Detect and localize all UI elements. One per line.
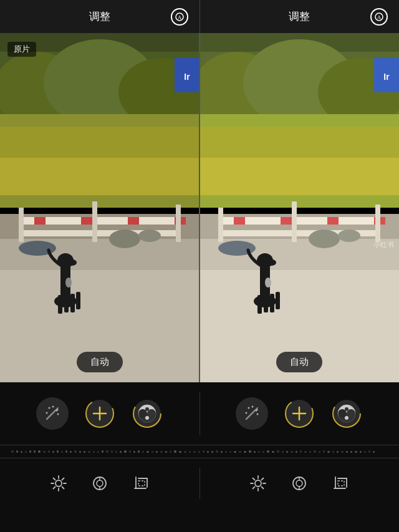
svg-line-74 <box>47 410 55 419</box>
svg-rect-23 <box>92 201 97 242</box>
svg-rect-36 <box>70 294 75 312</box>
svg-point-77 <box>57 414 59 415</box>
svg-rect-59 <box>375 205 380 242</box>
svg-rect-47 <box>200 158 399 195</box>
svg-line-109 <box>62 478 64 480</box>
bottom-half-left <box>0 472 200 495</box>
watermark: 小红书 <box>373 240 394 249</box>
svg-line-107 <box>53 478 55 480</box>
right-auto-button[interactable]: 自动 <box>276 352 322 372</box>
svg-rect-24 <box>176 205 181 242</box>
svg-line-127 <box>262 478 264 480</box>
svg-point-76 <box>48 407 50 409</box>
left-a-icon[interactable]: A <box>171 8 188 26</box>
controls-area: for(let i=0;i<80;i++){ document.write('<… <box>0 382 399 532</box>
svg-rect-19 <box>81 217 92 225</box>
svg-point-130 <box>296 480 302 486</box>
tool-row <box>0 382 399 445</box>
svg-rect-18 <box>34 217 46 225</box>
svg-point-91 <box>257 414 259 415</box>
plus-ring-left[interactable] <box>84 397 116 430</box>
svg-point-87 <box>145 416 149 420</box>
right-a-icon[interactable]: A <box>370 8 388 26</box>
svg-point-33 <box>68 259 77 266</box>
svg-rect-37 <box>76 292 80 309</box>
svg-line-108 <box>62 487 64 489</box>
slider-dots: for(let i=0;i<80;i++){ document.write('<… <box>0 445 399 458</box>
svg-point-27 <box>109 230 140 248</box>
svg-point-63 <box>338 230 360 242</box>
wand-tool-left[interactable] <box>36 397 69 430</box>
top-bar: 调整 A 调整 A <box>0 0 399 33</box>
svg-text:Ir: Ir <box>184 72 190 82</box>
svg-rect-54 <box>281 217 292 225</box>
svg-point-78 <box>46 412 47 414</box>
top-bar-left: 调整 A <box>0 0 200 33</box>
svg-point-120 <box>255 480 261 486</box>
image-left: Ir 原片 自动 <box>0 33 200 382</box>
compare-icon-right[interactable] <box>288 472 310 495</box>
svg-rect-72 <box>276 292 280 309</box>
svg-point-102 <box>55 480 62 486</box>
original-label: 原片 <box>7 42 36 57</box>
brightness-icon-right[interactable] <box>247 472 269 495</box>
svg-point-68 <box>267 259 276 266</box>
compare-icon-left[interactable] <box>89 472 111 495</box>
image-area: Ir 原片 自动 <box>0 33 399 382</box>
plus-ring-right[interactable] <box>283 397 315 430</box>
svg-point-112 <box>97 480 103 486</box>
svg-text:A: A <box>177 14 181 21</box>
svg-rect-20 <box>128 217 139 225</box>
svg-text:Ir: Ir <box>383 72 390 82</box>
svg-line-110 <box>53 487 55 489</box>
svg-point-101 <box>345 416 349 420</box>
svg-rect-34 <box>58 295 62 314</box>
tool-half-left <box>0 397 200 430</box>
svg-rect-53 <box>234 217 245 225</box>
right-title: 调整 <box>289 9 310 24</box>
tone-left[interactable] <box>131 397 163 430</box>
svg-rect-57 <box>218 208 223 242</box>
svg-point-79 <box>52 406 54 408</box>
svg-point-73 <box>265 278 271 288</box>
svg-line-126 <box>262 487 264 489</box>
svg-rect-69 <box>257 295 262 314</box>
bottom-icons-row <box>0 458 399 508</box>
svg-line-128 <box>253 487 255 489</box>
svg-point-62 <box>309 230 340 248</box>
top-bar-right: 调整 A <box>200 0 400 33</box>
image-divider <box>199 33 200 382</box>
svg-rect-119 <box>138 481 145 486</box>
svg-rect-58 <box>292 201 297 242</box>
left-auto-button[interactable]: 自动 <box>77 352 123 372</box>
tone-right[interactable] <box>330 397 363 430</box>
crop-icon-left[interactable] <box>130 472 152 495</box>
svg-rect-12 <box>0 158 200 195</box>
svg-rect-70 <box>264 295 268 312</box>
svg-point-100 <box>345 407 349 411</box>
svg-marker-94 <box>255 409 258 412</box>
bottom-half-right <box>200 472 400 495</box>
svg-point-86 <box>145 407 149 411</box>
svg-point-38 <box>65 278 72 288</box>
svg-point-90 <box>248 407 250 409</box>
left-title: 调整 <box>89 9 110 24</box>
svg-rect-22 <box>19 208 24 242</box>
svg-line-125 <box>253 478 255 480</box>
svg-marker-80 <box>55 409 59 412</box>
svg-point-93 <box>252 406 254 408</box>
tool-half-right <box>200 397 400 430</box>
svg-rect-55 <box>327 217 339 225</box>
brightness-icon-left[interactable] <box>47 472 70 495</box>
svg-rect-71 <box>270 294 274 312</box>
crop-icon-right[interactable] <box>329 472 352 495</box>
wand-tool-right[interactable] <box>236 397 268 430</box>
svg-point-28 <box>138 230 161 242</box>
svg-rect-35 <box>64 295 69 312</box>
svg-rect-137 <box>338 481 344 486</box>
svg-line-88 <box>246 410 255 419</box>
svg-text:A: A <box>377 14 382 21</box>
image-right: Ir 自动 小红书 <box>200 33 399 382</box>
svg-point-92 <box>246 412 248 414</box>
